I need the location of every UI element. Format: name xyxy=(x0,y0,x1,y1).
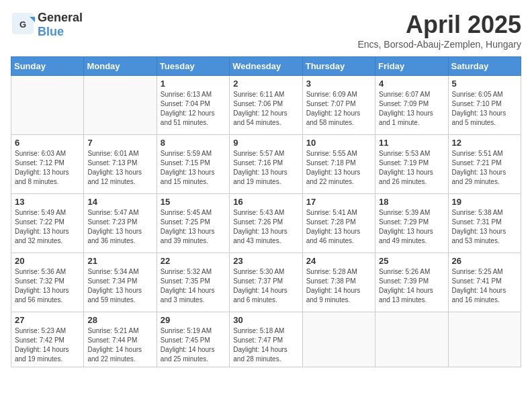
svg-text:G: G xyxy=(19,19,26,30)
calendar-cell: 1Sunrise: 6:13 AM Sunset: 7:04 PM Daylig… xyxy=(157,76,229,135)
calendar-cell: 10Sunrise: 5:55 AM Sunset: 7:18 PM Dayli… xyxy=(302,135,375,194)
calendar-cell: 14Sunrise: 5:47 AM Sunset: 7:23 PM Dayli… xyxy=(84,194,157,253)
weekday-header-friday: Friday xyxy=(375,57,448,76)
day-info: Sunrise: 5:32 AM Sunset: 7:35 PM Dayligh… xyxy=(161,267,226,305)
day-info: Sunrise: 6:05 AM Sunset: 7:10 PM Dayligh… xyxy=(452,90,517,128)
title-area: April 2025 Encs, Borsod-Abauj-Zemplen, H… xyxy=(357,11,521,50)
day-number: 30 xyxy=(233,315,298,325)
day-number: 2 xyxy=(233,79,298,89)
day-number: 17 xyxy=(306,197,371,207)
day-info: Sunrise: 6:09 AM Sunset: 7:07 PM Dayligh… xyxy=(306,90,371,128)
logo-icon: G xyxy=(11,11,35,38)
day-info: Sunrise: 5:38 AM Sunset: 7:31 PM Dayligh… xyxy=(452,208,517,246)
calendar-cell: 20Sunrise: 5:36 AM Sunset: 7:32 PM Dayli… xyxy=(11,253,84,312)
calendar-cell: 27Sunrise: 5:23 AM Sunset: 7:42 PM Dayli… xyxy=(11,312,84,367)
calendar-cell: 6Sunrise: 6:03 AM Sunset: 7:12 PM Daylig… xyxy=(11,135,84,194)
weekday-header-saturday: Saturday xyxy=(448,57,521,76)
calendar-cell: 17Sunrise: 5:41 AM Sunset: 7:28 PM Dayli… xyxy=(302,194,375,253)
day-number: 28 xyxy=(87,315,152,325)
calendar-cell xyxy=(11,76,84,135)
calendar-table: SundayMondayTuesdayWednesdayThursdayFrid… xyxy=(11,56,521,367)
logo-text: General Blue xyxy=(38,11,83,39)
calendar-cell xyxy=(375,312,448,367)
calendar-cell xyxy=(302,312,375,367)
logo-general: General xyxy=(38,11,83,24)
day-number: 24 xyxy=(306,256,371,266)
day-info: Sunrise: 5:19 AM Sunset: 7:45 PM Dayligh… xyxy=(161,326,226,364)
day-number: 19 xyxy=(452,197,517,207)
day-info: Sunrise: 5:49 AM Sunset: 7:22 PM Dayligh… xyxy=(15,208,80,246)
calendar-week-row: 6Sunrise: 6:03 AM Sunset: 7:12 PM Daylig… xyxy=(11,135,521,194)
day-info: Sunrise: 6:13 AM Sunset: 7:04 PM Dayligh… xyxy=(161,90,226,128)
weekday-header-monday: Monday xyxy=(84,57,157,76)
day-info: Sunrise: 6:03 AM Sunset: 7:12 PM Dayligh… xyxy=(15,149,80,187)
calendar-cell xyxy=(448,312,521,367)
day-info: Sunrise: 5:23 AM Sunset: 7:42 PM Dayligh… xyxy=(15,326,80,364)
day-info: Sunrise: 5:47 AM Sunset: 7:23 PM Dayligh… xyxy=(87,208,152,246)
day-number: 4 xyxy=(379,79,444,89)
day-number: 3 xyxy=(306,79,371,89)
weekday-header-tuesday: Tuesday xyxy=(157,57,229,76)
day-number: 16 xyxy=(233,197,298,207)
calendar-cell: 13Sunrise: 5:49 AM Sunset: 7:22 PM Dayli… xyxy=(11,194,84,253)
page-header: G General Blue April 2025 Encs, Borsod-A… xyxy=(11,11,521,50)
calendar-cell: 2Sunrise: 6:11 AM Sunset: 7:06 PM Daylig… xyxy=(230,76,302,135)
day-info: Sunrise: 5:57 AM Sunset: 7:16 PM Dayligh… xyxy=(233,149,298,187)
calendar-cell: 24Sunrise: 5:28 AM Sunset: 7:38 PM Dayli… xyxy=(302,253,375,312)
calendar-cell: 4Sunrise: 6:07 AM Sunset: 7:09 PM Daylig… xyxy=(375,76,448,135)
calendar-week-row: 20Sunrise: 5:36 AM Sunset: 7:32 PM Dayli… xyxy=(11,253,521,312)
day-info: Sunrise: 5:36 AM Sunset: 7:32 PM Dayligh… xyxy=(15,267,80,305)
day-info: Sunrise: 5:45 AM Sunset: 7:25 PM Dayligh… xyxy=(161,208,226,246)
day-number: 11 xyxy=(379,138,444,148)
day-number: 29 xyxy=(161,315,226,325)
calendar-week-row: 27Sunrise: 5:23 AM Sunset: 7:42 PM Dayli… xyxy=(11,312,521,367)
day-info: Sunrise: 5:30 AM Sunset: 7:37 PM Dayligh… xyxy=(233,267,298,305)
calendar-cell: 26Sunrise: 5:25 AM Sunset: 7:41 PM Dayli… xyxy=(448,253,521,312)
day-number: 1 xyxy=(161,79,226,89)
weekday-header-sunday: Sunday xyxy=(11,57,84,76)
day-number: 8 xyxy=(161,138,226,148)
day-number: 9 xyxy=(233,138,298,148)
logo-blue: Blue xyxy=(38,25,64,38)
calendar-title: April 2025 xyxy=(357,11,521,39)
day-number: 12 xyxy=(452,138,517,148)
day-info: Sunrise: 6:07 AM Sunset: 7:09 PM Dayligh… xyxy=(379,90,444,128)
weekday-header-row: SundayMondayTuesdayWednesdayThursdayFrid… xyxy=(11,57,521,76)
calendar-week-row: 13Sunrise: 5:49 AM Sunset: 7:22 PM Dayli… xyxy=(11,194,521,253)
calendar-cell: 16Sunrise: 5:43 AM Sunset: 7:26 PM Dayli… xyxy=(230,194,302,253)
weekday-header-wednesday: Wednesday xyxy=(230,57,302,76)
calendar-cell: 12Sunrise: 5:51 AM Sunset: 7:21 PM Dayli… xyxy=(448,135,521,194)
calendar-cell: 8Sunrise: 5:59 AM Sunset: 7:15 PM Daylig… xyxy=(157,135,229,194)
calendar-cell: 22Sunrise: 5:32 AM Sunset: 7:35 PM Dayli… xyxy=(157,253,229,312)
calendar-cell: 9Sunrise: 5:57 AM Sunset: 7:16 PM Daylig… xyxy=(230,135,302,194)
calendar-cell: 18Sunrise: 5:39 AM Sunset: 7:29 PM Dayli… xyxy=(375,194,448,253)
calendar-cell: 23Sunrise: 5:30 AM Sunset: 7:37 PM Dayli… xyxy=(230,253,302,312)
weekday-header-thursday: Thursday xyxy=(302,57,375,76)
calendar-cell: 3Sunrise: 6:09 AM Sunset: 7:07 PM Daylig… xyxy=(302,76,375,135)
day-info: Sunrise: 5:53 AM Sunset: 7:19 PM Dayligh… xyxy=(379,149,444,187)
calendar-cell: 25Sunrise: 5:26 AM Sunset: 7:39 PM Dayli… xyxy=(375,253,448,312)
day-number: 22 xyxy=(161,256,226,266)
day-info: Sunrise: 5:25 AM Sunset: 7:41 PM Dayligh… xyxy=(452,267,517,305)
calendar-cell: 19Sunrise: 5:38 AM Sunset: 7:31 PM Dayli… xyxy=(448,194,521,253)
day-info: Sunrise: 5:43 AM Sunset: 7:26 PM Dayligh… xyxy=(233,208,298,246)
day-info: Sunrise: 5:41 AM Sunset: 7:28 PM Dayligh… xyxy=(306,208,371,246)
day-info: Sunrise: 5:39 AM Sunset: 7:29 PM Dayligh… xyxy=(379,208,444,246)
calendar-cell: 28Sunrise: 5:21 AM Sunset: 7:44 PM Dayli… xyxy=(84,312,157,367)
calendar-cell xyxy=(84,76,157,135)
logo: G General Blue xyxy=(11,11,83,39)
calendar-cell: 30Sunrise: 5:18 AM Sunset: 7:47 PM Dayli… xyxy=(230,312,302,367)
day-info: Sunrise: 5:55 AM Sunset: 7:18 PM Dayligh… xyxy=(306,149,371,187)
day-number: 23 xyxy=(233,256,298,266)
calendar-cell: 21Sunrise: 5:34 AM Sunset: 7:34 PM Dayli… xyxy=(84,253,157,312)
day-info: Sunrise: 5:28 AM Sunset: 7:38 PM Dayligh… xyxy=(306,267,371,305)
day-number: 7 xyxy=(87,138,152,148)
day-info: Sunrise: 5:51 AM Sunset: 7:21 PM Dayligh… xyxy=(452,149,517,187)
calendar-cell: 7Sunrise: 6:01 AM Sunset: 7:13 PM Daylig… xyxy=(84,135,157,194)
day-number: 13 xyxy=(15,197,80,207)
day-info: Sunrise: 5:18 AM Sunset: 7:47 PM Dayligh… xyxy=(233,326,298,364)
calendar-cell: 29Sunrise: 5:19 AM Sunset: 7:45 PM Dayli… xyxy=(157,312,229,367)
day-info: Sunrise: 6:01 AM Sunset: 7:13 PM Dayligh… xyxy=(87,149,152,187)
day-info: Sunrise: 5:21 AM Sunset: 7:44 PM Dayligh… xyxy=(87,326,152,364)
day-number: 14 xyxy=(87,197,152,207)
